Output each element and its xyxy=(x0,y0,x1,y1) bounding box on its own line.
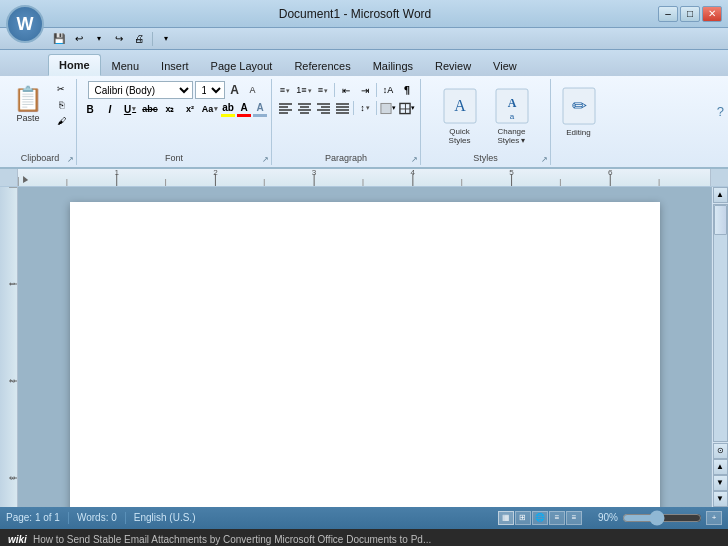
shading-button[interactable]: ▾ xyxy=(379,99,397,117)
tab-menu[interactable]: Menu xyxy=(101,54,151,76)
italic-button[interactable]: I xyxy=(101,100,119,118)
svg-text:✏: ✏ xyxy=(571,96,586,116)
paragraph-expand[interactable]: ↗ xyxy=(411,155,418,164)
align-right-button[interactable] xyxy=(314,99,332,117)
tab-marker xyxy=(23,176,28,183)
document-page[interactable] xyxy=(70,202,660,507)
underline-button[interactable]: U▾ xyxy=(121,100,139,118)
scroll-track[interactable] xyxy=(713,204,728,442)
styles-expand[interactable]: ↗ xyxy=(541,155,548,164)
print-layout-button[interactable]: ▦ xyxy=(498,511,514,525)
zoom-slider[interactable] xyxy=(622,513,702,523)
web-layout-button[interactable]: 🌐 xyxy=(532,511,548,525)
tab-home[interactable]: Home xyxy=(48,54,101,76)
scroll-next-page[interactable]: ▼ xyxy=(713,475,728,491)
office-button[interactable]: W xyxy=(6,5,44,43)
subscript-button[interactable]: x₂ xyxy=(161,100,179,118)
qat-dropdown-button[interactable]: ▾ xyxy=(157,30,175,48)
strikethrough-button[interactable]: abc xyxy=(141,100,159,118)
font-color-button[interactable]: A xyxy=(237,102,251,117)
qat-separator xyxy=(152,32,153,46)
wiki-logo: wiki xyxy=(8,534,27,545)
help-icon[interactable]: ? xyxy=(717,104,724,119)
paste-button[interactable]: 📋 Paste xyxy=(8,81,48,129)
font-expand[interactable]: ↗ xyxy=(262,155,269,164)
format-painter-button[interactable]: 🖌 xyxy=(50,113,72,128)
justify-button[interactable] xyxy=(333,99,351,117)
font-label: Font xyxy=(77,153,271,163)
titlebar: W Document1 - Microsoft Word – □ ✕ xyxy=(0,0,728,28)
borders-button[interactable]: ▾ xyxy=(398,99,416,117)
increase-indent-button[interactable]: ⇥ xyxy=(356,81,374,99)
decrease-indent-button[interactable]: ⇤ xyxy=(337,81,355,99)
text-highlight-button[interactable]: ab xyxy=(221,102,235,117)
clipboard-expand[interactable]: ↗ xyxy=(67,155,74,164)
scroll-down-button[interactable]: ▼ xyxy=(713,491,728,507)
document-area: 1 2 3 ▲ ⊙ ▲ ▼ ▼ xyxy=(0,187,728,507)
font-name-select[interactable]: Calibri (Body) xyxy=(88,81,193,99)
tab-pagelayout[interactable]: Page Layout xyxy=(200,54,284,76)
para-row-1: ≡▾ 1≡▾ ≡▾ ⇤ ⇥ ↕A ¶ xyxy=(276,81,416,99)
ribbon: Home Menu Insert Page Layout References … xyxy=(0,50,728,169)
sort-button[interactable]: ↕A xyxy=(379,81,397,99)
undo-arrow-button[interactable]: ▾ xyxy=(90,30,108,48)
copy-button[interactable]: ⎘ xyxy=(50,97,72,112)
tab-review[interactable]: Review xyxy=(424,54,482,76)
multilevel-list-button[interactable]: ≡▾ xyxy=(314,81,332,99)
change-styles-label: ChangeStyles ▾ xyxy=(497,128,525,146)
tab-view[interactable]: View xyxy=(482,54,528,76)
editing-button[interactable]: ✏ Editing xyxy=(558,81,600,140)
view-mode-buttons: ▦ ⊞ 🌐 ≡ ≡ xyxy=(498,511,582,525)
svg-rect-47 xyxy=(0,187,18,507)
font-size-select[interactable]: 11 891012 1416 xyxy=(195,81,225,99)
fullscreen-button[interactable]: ⊞ xyxy=(515,511,531,525)
scroll-up-button[interactable]: ▲ xyxy=(713,187,728,203)
outline-button[interactable]: ≡ xyxy=(549,511,565,525)
horizontal-ruler: 1 2 3 4 5 6 xyxy=(0,169,728,187)
tab-insert[interactable]: Insert xyxy=(150,54,200,76)
svg-text:1: 1 xyxy=(114,169,119,177)
svg-text:5: 5 xyxy=(509,169,514,177)
editing-icon: ✏ xyxy=(561,84,597,128)
close-button[interactable]: ✕ xyxy=(702,6,722,22)
undo-qat-button[interactable]: ↩ xyxy=(70,30,88,48)
scroll-prev-page[interactable]: ▲ xyxy=(713,459,728,475)
bold-button[interactable]: B xyxy=(81,100,99,118)
ruler-left-margin xyxy=(0,169,18,186)
cut-button[interactable]: ✂ xyxy=(50,81,72,96)
quick-styles-button[interactable]: A QuickStyles xyxy=(436,81,484,149)
maximize-button[interactable]: □ xyxy=(680,6,700,22)
font-row-1: Calibri (Body) 11 891012 1416 A A xyxy=(88,81,261,99)
increase-font-size-button[interactable]: A xyxy=(227,82,243,98)
print-preview-button[interactable]: 🖨 xyxy=(130,30,148,48)
svg-text:2: 2 xyxy=(213,169,218,177)
change-styles-button[interactable]: A a ChangeStyles ▾ xyxy=(488,81,536,149)
styles-row: A QuickStyles A a xyxy=(436,81,536,149)
svg-text:6: 6 xyxy=(608,169,613,177)
para-separator-1 xyxy=(334,83,335,97)
tab-references[interactable]: References xyxy=(283,54,361,76)
text-effects-button[interactable]: A xyxy=(253,102,267,117)
align-left-button[interactable] xyxy=(276,99,294,117)
vertical-scrollbar[interactable]: ▲ ⊙ ▲ ▼ ▼ xyxy=(711,187,728,507)
draft-button[interactable]: ≡ xyxy=(566,511,582,525)
document-scroll-area[interactable] xyxy=(18,187,711,507)
numbering-button[interactable]: 1≡▾ xyxy=(295,81,313,99)
redo-qat-button[interactable]: ↪ xyxy=(110,30,128,48)
bullets-button[interactable]: ≡▾ xyxy=(276,81,294,99)
tab-mailings[interactable]: Mailings xyxy=(362,54,424,76)
minimize-button[interactable]: – xyxy=(658,6,678,22)
save-qat-button[interactable]: 💾 xyxy=(50,30,68,48)
superscript-button[interactable]: x² xyxy=(181,100,199,118)
decrease-font-size-button[interactable]: A xyxy=(245,82,261,98)
align-center-button[interactable] xyxy=(295,99,313,117)
show-marks-button[interactable]: ¶ xyxy=(398,81,416,99)
line-spacing-button[interactable]: ↕▾ xyxy=(356,99,374,117)
vertical-ruler-svg: 1 2 3 xyxy=(0,187,18,507)
scroll-thumb[interactable] xyxy=(714,205,727,235)
scroll-page-select[interactable]: ⊙ xyxy=(713,443,728,459)
change-case-button[interactable]: Aa▾ xyxy=(201,100,219,118)
zoom-in-button[interactable]: + xyxy=(706,511,722,525)
titlebar-controls: – □ ✕ xyxy=(658,6,722,22)
clipboard-small-buttons: ✂ ⎘ 🖌 xyxy=(50,81,72,128)
